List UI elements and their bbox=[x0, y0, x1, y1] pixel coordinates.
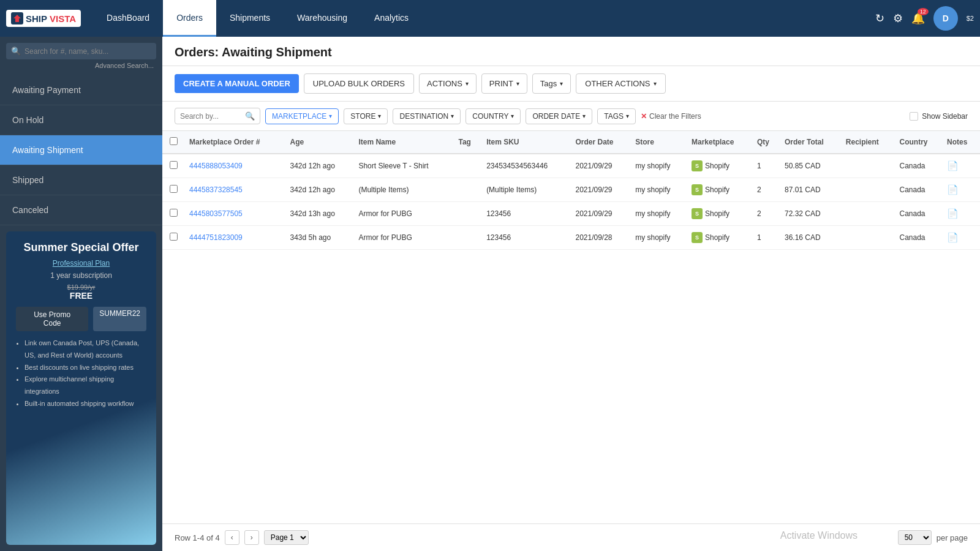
col-order-num: Marketplace Order # bbox=[184, 131, 285, 154]
promo-card: Summer Special Offer Professional Plan 1… bbox=[6, 231, 156, 545]
shopify-icon-2: S bbox=[692, 208, 703, 219]
order-link-3[interactable]: 4444751823009 bbox=[189, 233, 243, 242]
col-sku: Item SKU bbox=[481, 131, 570, 154]
shopify-icon-1: S bbox=[692, 184, 703, 195]
sidebar-item-canceled[interactable]: Canceled bbox=[0, 195, 162, 225]
row-country-3: Canada bbox=[895, 226, 943, 250]
row-item-name-1: (Multiple Items) bbox=[353, 178, 453, 202]
destination-chevron-icon: ▾ bbox=[451, 113, 454, 119]
sidebar-item-awaiting-payment[interactable]: Awaiting Payment bbox=[0, 75, 162, 105]
nav-item-dashboard[interactable]: DashBoard bbox=[93, 0, 163, 37]
table-header-row: Marketplace Order # Age Item Name Tag It… bbox=[162, 131, 980, 154]
nav-item-orders[interactable]: Orders bbox=[163, 0, 216, 37]
logo-area[interactable]: SHIPVISTA bbox=[6, 10, 81, 27]
promo-subscription: 1 year subscription bbox=[16, 271, 146, 280]
destination-filter-button[interactable]: DESTINATION ▾ bbox=[393, 108, 461, 124]
notes-icon-0[interactable]: 📄 bbox=[947, 160, 959, 171]
search-area: 🔍 Advanced Search... bbox=[0, 37, 162, 75]
promo-feature-1: Link own Canada Post, UPS (Canada, US, a… bbox=[24, 337, 146, 362]
logo[interactable]: SHIPVISTA bbox=[6, 10, 81, 27]
col-order-total: Order Total bbox=[780, 131, 841, 154]
tags-chevron-icon: ▾ bbox=[560, 80, 563, 87]
page-select[interactable]: Page 1 bbox=[264, 530, 309, 545]
page-title: Orders: Awaiting Shipment bbox=[175, 45, 968, 59]
tags-filter-button[interactable]: TAGS ▾ bbox=[597, 108, 636, 124]
create-manual-order-button[interactable]: CREATE A MANUAL ORDER bbox=[175, 74, 299, 93]
nav-item-shipments[interactable]: Shipments bbox=[216, 0, 284, 37]
row-checkbox-3[interactable] bbox=[170, 233, 178, 241]
marketplace-filter-button[interactable]: MARKETPLACE ▾ bbox=[265, 108, 339, 124]
table-row: 4444751823009 343d 5h ago Armor for PUBG… bbox=[162, 226, 980, 250]
print-button[interactable]: PRINT ▾ bbox=[481, 73, 527, 94]
select-all-checkbox[interactable] bbox=[170, 137, 178, 145]
row-order-date-2: 2021/09/29 bbox=[570, 202, 630, 226]
user-avatar[interactable]: D bbox=[933, 6, 958, 31]
sidebar-item-awaiting-shipment[interactable]: Awaiting Shipment bbox=[0, 135, 162, 165]
country-filter-button[interactable]: COUNTRY ▾ bbox=[466, 108, 521, 124]
row-age-2: 342d 13h ago bbox=[285, 202, 353, 226]
notifications-button[interactable]: 🔔 12 bbox=[911, 12, 925, 25]
row-tag-0 bbox=[454, 154, 482, 178]
row-checkbox-1[interactable] bbox=[170, 185, 178, 193]
order-link-2[interactable]: 4445803577505 bbox=[189, 209, 243, 218]
promo-plan: Professional Plan bbox=[16, 259, 146, 268]
promo-feature-4: Built-in automated shipping workflow bbox=[24, 398, 146, 410]
show-sidebar-toggle[interactable]: Show Sidebar bbox=[910, 112, 968, 121]
col-notes: Notes bbox=[942, 131, 980, 154]
row-country-1: Canada bbox=[895, 178, 943, 202]
order-link-1[interactable]: 4445837328545 bbox=[189, 186, 243, 194]
other-actions-chevron-icon: ▾ bbox=[654, 80, 657, 87]
tags-label: Tags bbox=[540, 79, 557, 88]
user-info: $2 bbox=[967, 14, 974, 23]
row-checkbox-2[interactable] bbox=[170, 209, 178, 217]
print-label: PRINT bbox=[489, 79, 513, 88]
user-balance: $2 bbox=[967, 14, 974, 23]
orders-table-container: Marketplace Order # Age Item Name Tag It… bbox=[162, 131, 980, 523]
logo-ship: SHIP bbox=[26, 13, 47, 24]
filter-search-container: 🔍 bbox=[175, 108, 260, 124]
upload-bulk-orders-button[interactable]: UPLOAD BULK ORDERS bbox=[304, 73, 414, 94]
filter-search-input[interactable] bbox=[180, 112, 241, 121]
store-filter-button[interactable]: STORE ▾ bbox=[344, 108, 388, 124]
search-input[interactable] bbox=[24, 47, 151, 56]
shopify-icon-0: S bbox=[692, 160, 703, 171]
actions-button[interactable]: ACTIONS ▾ bbox=[419, 73, 477, 94]
prev-page-button[interactable]: ‹ bbox=[225, 530, 239, 545]
order-link-0[interactable]: 4445888053409 bbox=[189, 162, 243, 170]
next-page-button[interactable]: › bbox=[244, 530, 259, 545]
sidebar-item-on-hold[interactable]: On Hold bbox=[0, 105, 162, 135]
order-date-filter-button[interactable]: ORDER DATE ▾ bbox=[526, 108, 592, 124]
row-item-name-0: Short Sleeve T - Shirt bbox=[353, 154, 453, 178]
row-marketplace-1: S Shopify bbox=[687, 178, 752, 202]
tags-button[interactable]: Tags ▾ bbox=[532, 73, 571, 94]
nav-item-analytics[interactable]: Analytics bbox=[361, 0, 422, 37]
clear-filters-x-icon: ✕ bbox=[641, 112, 647, 121]
nav-item-warehousing[interactable]: Warehousing bbox=[284, 0, 361, 37]
notes-icon-1[interactable]: 📄 bbox=[947, 184, 959, 195]
destination-filter-label: DESTINATION bbox=[399, 112, 448, 121]
row-store-1: my shopify bbox=[630, 178, 687, 202]
promo-price-new: FREE bbox=[16, 291, 146, 301]
row-order-date-1: 2021/09/29 bbox=[570, 178, 630, 202]
refresh-button[interactable]: ↻ bbox=[875, 12, 884, 25]
row-recipient-1 bbox=[841, 178, 895, 202]
main-layout: 🔍 Advanced Search... Awaiting Payment On… bbox=[0, 37, 980, 551]
row-checkbox-0[interactable] bbox=[170, 161, 178, 169]
advanced-search-link[interactable]: Advanced Search... bbox=[6, 59, 156, 69]
notes-icon-3[interactable]: 📄 bbox=[947, 232, 959, 242]
row-store-3: my shopify bbox=[630, 226, 687, 250]
per-page-label: per page bbox=[937, 533, 968, 542]
other-actions-button[interactable]: OTHER ACTIONS ▾ bbox=[576, 73, 665, 94]
per-page-select[interactable]: 50 25 100 bbox=[898, 530, 932, 545]
promo-price-old: $19.99/yr bbox=[16, 283, 146, 291]
show-sidebar-checkbox[interactable] bbox=[910, 112, 918, 121]
clear-filters-button[interactable]: ✕ Clear the Filters bbox=[641, 112, 701, 121]
sidebar-item-shipped[interactable]: Shipped bbox=[0, 165, 162, 195]
shopify-icon-3: S bbox=[692, 232, 703, 243]
col-order-date: Order Date bbox=[570, 131, 630, 154]
settings-button[interactable]: ⚙ bbox=[893, 12, 903, 25]
marketplace-filter-label: MARKETPLACE bbox=[272, 112, 326, 121]
promo-feature-3: Explore multichannel shipping integratio… bbox=[24, 373, 146, 398]
promo-use-code-button[interactable]: Use Promo Code bbox=[16, 307, 88, 331]
notes-icon-2[interactable]: 📄 bbox=[947, 208, 959, 219]
